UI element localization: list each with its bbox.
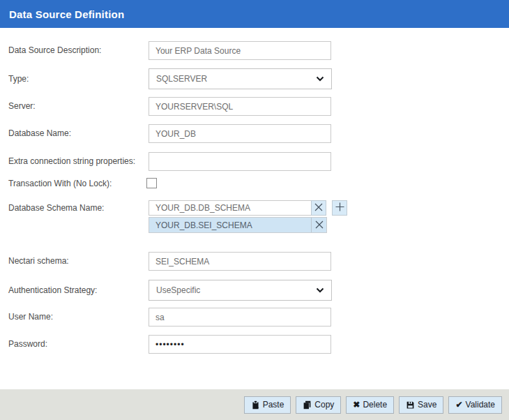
footer-toolbar: Paste Copy ✖ Delete Save ✔ Validate: [0, 389, 509, 420]
schema-entry-row: [149, 200, 347, 216]
row-password: Password:: [0, 335, 509, 354]
row-extra-properties: Extra connection string properties:: [0, 152, 509, 171]
validate-button[interactable]: ✔ Validate: [448, 396, 502, 414]
schema-selected-value: YOUR_DB.SEI_SCHEMA: [149, 218, 311, 232]
row-authentication-strategy: Authentication Strategy: UseSpecific: [0, 280, 509, 301]
copy-icon: [303, 400, 312, 410]
close-icon: [315, 219, 324, 232]
nectari-schema-input[interactable]: [149, 252, 331, 271]
type-select[interactable]: SQLSERVER: [149, 68, 332, 89]
row-no-lock: Transaction With (No Lock):: [0, 175, 509, 192]
delete-button-label: Delete: [363, 400, 387, 410]
row-type: Type: SQLSERVER: [0, 68, 509, 89]
validate-button-label: Validate: [466, 400, 495, 410]
chevron-down-icon: [316, 76, 324, 82]
user-name-label: User Name:: [8, 308, 53, 327]
extra-properties-label: Extra connection string properties:: [8, 152, 135, 171]
copy-button-label: Copy: [314, 400, 334, 410]
no-lock-checkbox[interactable]: [146, 178, 157, 188]
schema-input[interactable]: [149, 200, 312, 216]
server-input[interactable]: [149, 97, 331, 116]
plus-icon: [335, 202, 344, 214]
paste-button[interactable]: Paste: [244, 396, 291, 414]
delete-button[interactable]: ✖ Delete: [346, 396, 394, 414]
password-label: Password:: [8, 335, 47, 354]
type-select-value: SQLSERVER: [156, 74, 207, 84]
delete-icon: ✖: [353, 400, 360, 409]
description-input[interactable]: [149, 41, 331, 60]
page-title: Data Source Definition: [0, 8, 124, 20]
database-name-label: Database Name:: [8, 124, 71, 143]
description-label: Data Source Description:: [8, 41, 101, 60]
row-database-name: Database Name:: [0, 124, 509, 143]
nectari-schema-label: Nectari schema:: [8, 252, 69, 271]
close-icon: [314, 202, 323, 214]
row-user-name: User Name:: [0, 308, 509, 327]
database-schema-label: Database Schema Name:: [8, 200, 104, 216]
type-label: Type:: [8, 68, 29, 89]
save-button-label: Save: [418, 400, 436, 410]
row-nectari-schema: Nectari schema:: [0, 252, 509, 271]
panel-header: Data Source Definition: [0, 0, 509, 28]
no-lock-label: Transaction With (No Lock):: [8, 175, 112, 192]
paste-button-label: Paste: [263, 400, 284, 410]
remove-selected-schema-button[interactable]: [311, 218, 326, 232]
database-name-input[interactable]: [149, 124, 331, 143]
row-database-schema: Database Schema Name:: [0, 200, 509, 216]
row-server: Server:: [0, 97, 509, 116]
extra-properties-input[interactable]: [149, 152, 331, 171]
save-icon: [406, 400, 415, 410]
authentication-strategy-label: Authentication Strategy:: [8, 280, 97, 301]
authentication-strategy-select[interactable]: UseSpecific: [149, 280, 332, 301]
server-label: Server:: [8, 97, 36, 116]
chevron-down-icon: [316, 287, 324, 293]
copy-button[interactable]: Copy: [296, 396, 341, 414]
save-button[interactable]: Save: [399, 396, 443, 414]
authentication-strategy-value: UseSpecific: [156, 285, 200, 295]
schema-selected-row[interactable]: YOUR_DB.SEI_SCHEMA: [149, 217, 327, 233]
add-schema-button[interactable]: [332, 200, 347, 216]
validate-icon: ✔: [455, 400, 462, 409]
user-name-input[interactable]: [149, 308, 331, 327]
remove-schema-button[interactable]: [311, 200, 326, 216]
password-input[interactable]: [149, 335, 331, 354]
row-description: Data Source Description:: [0, 41, 509, 60]
paste-icon: [251, 400, 260, 410]
